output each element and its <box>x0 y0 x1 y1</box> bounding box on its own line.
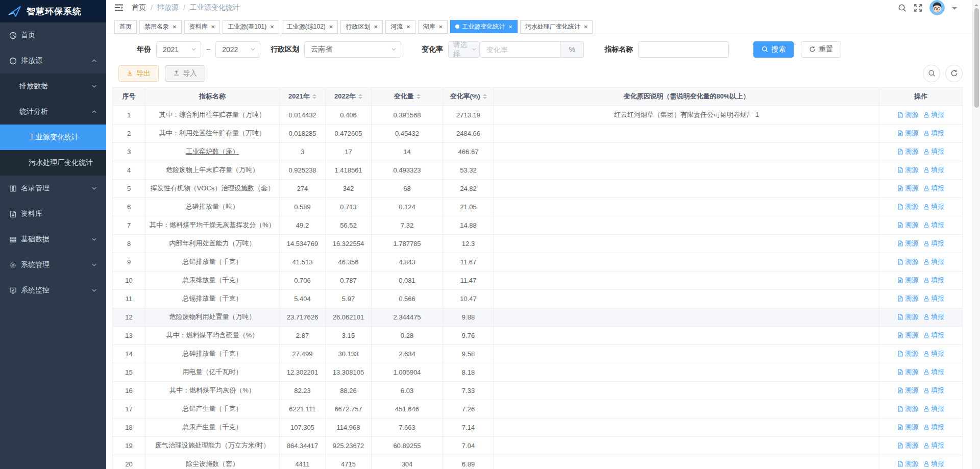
caret-down-icon[interactable] <box>952 7 957 12</box>
trace-link[interactable]: 溯源 <box>897 276 918 285</box>
sort-icon[interactable] <box>416 92 421 101</box>
header-2021[interactable]: 2021年 <box>280 88 326 106</box>
tab-close-icon[interactable]: × <box>584 23 588 30</box>
column-search-button[interactable] <box>923 65 940 82</box>
sidebar-item-stat-analysis[interactable]: 统计分析 <box>0 99 106 125</box>
fill-link[interactable]: 填报 <box>923 202 944 211</box>
tab-close-icon[interactable]: × <box>173 23 177 30</box>
trace-link[interactable]: 溯源 <box>897 165 918 175</box>
trace-link[interactable]: 溯源 <box>897 239 918 248</box>
fill-link[interactable]: 填报 <box>923 386 944 395</box>
tab-工业源(基101)[interactable]: 工业源(基101)× <box>223 20 279 34</box>
reset-button[interactable]: 重置 <box>801 41 841 58</box>
fill-link[interactable]: 填报 <box>923 423 944 432</box>
fill-link[interactable]: 填报 <box>923 276 944 285</box>
fill-link[interactable]: 填报 <box>923 367 944 377</box>
sidebar-item-home[interactable]: 首页 <box>0 22 106 48</box>
header-change-rate[interactable]: 变化率(%) <box>443 88 494 106</box>
trace-link[interactable]: 溯源 <box>897 423 918 432</box>
fill-link[interactable]: 填报 <box>923 129 944 138</box>
export-button[interactable]: 导出 <box>118 65 159 82</box>
fill-link[interactable]: 填报 <box>923 404 944 413</box>
rate-operator-select[interactable]: 请选择 <box>448 41 480 58</box>
sidebar-item-sewage-plant-change-stat[interactable]: 污水处理厂变化统计 <box>0 150 106 176</box>
avatar[interactable] <box>929 0 945 15</box>
trace-link[interactable]: 溯源 <box>897 386 918 395</box>
tab-行政区划[interactable]: 行政区划× <box>340 20 383 34</box>
sidebar-item-emission-data[interactable]: 排放数据 <box>0 73 106 99</box>
fill-link[interactable]: 填报 <box>923 331 944 340</box>
trace-link[interactable]: 溯源 <box>897 441 918 450</box>
year-to-select[interactable]: 2022 <box>215 41 260 58</box>
sidebar-item-system-management[interactable]: 系统管理 <box>0 252 106 278</box>
fill-link[interactable]: 填报 <box>923 459 944 468</box>
tab-资料库[interactable]: 资料库× <box>184 20 220 34</box>
import-button[interactable]: 导入 <box>165 65 205 82</box>
tab-close-icon[interactable]: × <box>211 23 215 30</box>
sidebar-item-catalog-management[interactable]: 名录管理 <box>0 176 106 201</box>
tab-工业源(综102)[interactable]: 工业源(综102)× <box>282 20 338 34</box>
trace-link[interactable]: 溯源 <box>897 129 918 138</box>
tab-close-icon[interactable]: × <box>406 23 410 30</box>
fill-link[interactable]: 填报 <box>923 441 944 450</box>
trace-link[interactable]: 溯源 <box>897 349 918 358</box>
search-button[interactable]: 搜索 <box>753 41 794 58</box>
trace-link[interactable]: 溯源 <box>897 184 918 193</box>
trace-link[interactable]: 溯源 <box>897 404 918 413</box>
fill-link[interactable]: 填报 <box>923 165 944 175</box>
tab-禁用名录[interactable]: 禁用名录× <box>139 20 182 34</box>
tab-湖库[interactable]: 湖库× <box>418 20 448 34</box>
tab-close-icon[interactable]: × <box>374 23 378 30</box>
scrollbar-thumb[interactable] <box>974 8 979 108</box>
fill-link[interactable]: 填报 <box>923 257 944 266</box>
scrollbar-up-arrow[interactable] <box>974 2 978 6</box>
sort-icon[interactable] <box>483 92 487 101</box>
page-scrollbar[interactable] <box>972 0 980 469</box>
hamburger-icon[interactable] <box>114 4 124 12</box>
region-select[interactable]: 云南省 <box>304 41 401 58</box>
sort-icon[interactable] <box>358 92 362 101</box>
refresh-table-button[interactable] <box>945 65 963 82</box>
fill-link[interactable]: 填报 <box>923 294 944 303</box>
fill-link[interactable]: 填报 <box>923 349 944 358</box>
tab-工业源变化统计[interactable]: 工业源变化统计× <box>450 20 518 33</box>
tab-close-icon[interactable]: × <box>439 23 443 30</box>
trace-link[interactable]: 溯源 <box>897 459 918 468</box>
fill-link[interactable]: 填报 <box>923 184 944 193</box>
tab-污水处理厂变化统计[interactable]: 污水处理厂变化统计× <box>520 20 593 34</box>
app-logo[interactable]: 智慧环保系统 <box>0 0 106 22</box>
sidebar-item-industrial-source-change-stat[interactable]: 工业源变化统计 <box>0 125 106 150</box>
tab-close-icon[interactable]: × <box>270 23 274 30</box>
fill-link[interactable]: 填报 <box>923 220 944 230</box>
tab-close-icon[interactable]: × <box>329 23 333 30</box>
trace-link[interactable]: 溯源 <box>897 202 918 211</box>
tab-close-icon[interactable]: × <box>508 23 512 30</box>
breadcrumb-home[interactable]: 首页 <box>132 3 146 12</box>
fill-link[interactable]: 填报 <box>923 110 944 119</box>
sidebar-item-library[interactable]: 资料库 <box>0 201 106 227</box>
sidebar-item-emission-source[interactable]: 排放源 <box>0 48 106 73</box>
sidebar-item-system-monitor[interactable]: 系统监控 <box>0 278 106 303</box>
header-2022[interactable]: 2022年 <box>326 88 372 106</box>
header-change[interactable]: 变化量 <box>372 88 443 106</box>
trace-link[interactable]: 溯源 <box>897 294 918 303</box>
fill-link[interactable]: 填报 <box>923 147 944 156</box>
year-from-select[interactable]: 2021 <box>156 41 201 58</box>
sort-icon[interactable] <box>312 92 316 101</box>
trace-link[interactable]: 溯源 <box>897 220 918 230</box>
fill-link[interactable]: 填报 <box>923 239 944 248</box>
trace-link[interactable]: 溯源 <box>897 367 918 377</box>
trace-link[interactable]: 溯源 <box>897 331 918 340</box>
fullscreen-icon[interactable] <box>914 4 922 12</box>
sidebar-item-base-data[interactable]: 基础数据 <box>0 227 106 252</box>
rate-input[interactable] <box>480 41 560 58</box>
tab-河流[interactable]: 河流× <box>385 20 415 34</box>
trace-link[interactable]: 溯源 <box>897 257 918 266</box>
trace-link[interactable]: 溯源 <box>897 147 918 156</box>
trace-link[interactable]: 溯源 <box>897 110 918 119</box>
trace-link[interactable]: 溯源 <box>897 312 918 322</box>
tab-首页[interactable]: 首页 <box>114 20 137 34</box>
fill-link[interactable]: 填报 <box>923 312 944 322</box>
indicator-input[interactable] <box>638 41 729 58</box>
search-icon[interactable] <box>898 4 906 12</box>
